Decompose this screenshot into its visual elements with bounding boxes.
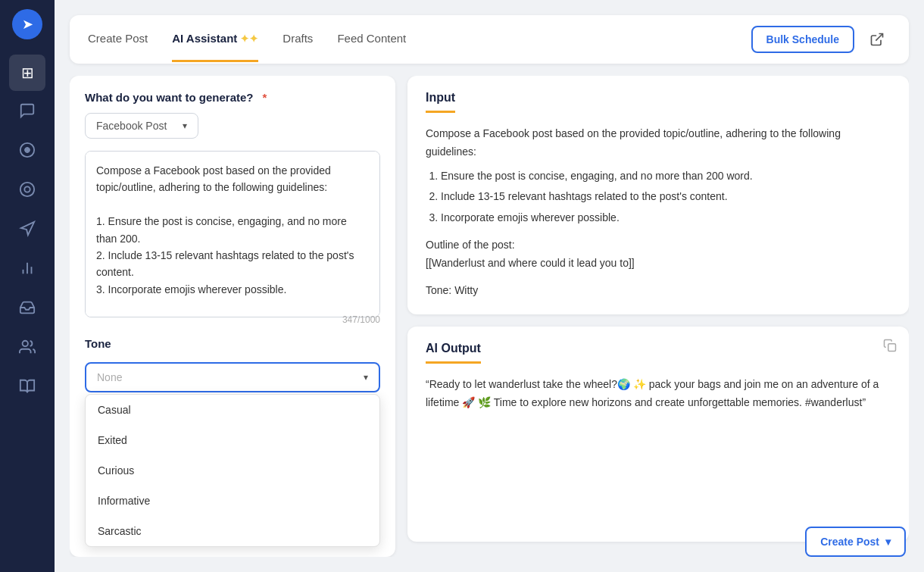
tone-dropdown: Casual Exited Curious Informative Sarcas… [85, 394, 380, 547]
chevron-down-icon: ▾ [364, 372, 368, 383]
bulk-schedule-button[interactable]: Bulk Schedule [751, 26, 854, 53]
network-icon [19, 142, 36, 162]
output-card-title: AI Output [426, 342, 481, 364]
nav-actions: Bulk Schedule [751, 26, 891, 53]
tab-create-post[interactable]: Create Post [88, 17, 148, 62]
left-panel: What do you want to generate?* Facebook … [70, 76, 395, 557]
create-post-button[interactable]: Create Post ▾ [805, 527, 906, 557]
top-navigation: Create Post AI Assistant ✦✦ Drafts Feed … [70, 15, 909, 64]
analytics-icon [19, 260, 36, 280]
tone-option-curious[interactable]: Curious [86, 455, 379, 486]
users-icon [19, 339, 36, 359]
post-type-select[interactable]: Facebook Post ▾ [85, 113, 198, 139]
svg-point-3 [24, 186, 30, 192]
sidebar-item-messages[interactable] [9, 94, 45, 130]
support-icon [19, 181, 36, 202]
input-card-title: Input [426, 91, 455, 113]
sidebar-item-analytics[interactable] [9, 252, 45, 288]
tone-select[interactable]: None ▾ [85, 362, 380, 392]
sparkle-icon: ✦✦ [240, 33, 258, 45]
sidebar-item-users[interactable] [9, 330, 45, 367]
sidebar: ➤ ⊞ [0, 0, 55, 572]
copy-button[interactable] [883, 339, 897, 355]
tab-ai-assistant[interactable]: AI Assistant ✦✦ [172, 17, 258, 62]
input-card: Input Compose a Facebook post based on t… [407, 76, 909, 314]
input-guidelines-list: Ensure the post is concise, engaging, an… [426, 167, 891, 227]
svg-rect-9 [888, 344, 896, 352]
logo-icon: ➤ [22, 16, 33, 33]
ai-output-text: “Ready to let wanderlust take the wheel?… [426, 376, 891, 412]
outline-label: Outline of the post: [426, 236, 891, 255]
chevron-down-icon: ▾ [885, 536, 891, 548]
svg-line-8 [876, 34, 882, 41]
guideline-2: Include 13-15 relevant hashtags related … [441, 188, 891, 206]
tone-label: Tone [85, 337, 380, 350]
chevron-down-icon: ▾ [183, 120, 187, 131]
nav-tabs: Create Post AI Assistant ✦✦ Drafts Feed … [88, 17, 751, 62]
input-card-content: Compose a Facebook post based on the pro… [426, 125, 891, 299]
tone-option-casual[interactable]: Casual [86, 395, 379, 425]
content-area: What do you want to generate?* Facebook … [70, 76, 909, 557]
sidebar-item-network[interactable] [9, 133, 45, 170]
logo[interactable]: ➤ [12, 9, 42, 39]
export-button[interactable] [863, 26, 891, 53]
svg-point-2 [20, 182, 34, 195]
sidebar-item-dashboard[interactable]: ⊞ [9, 55, 45, 91]
sidebar-item-campaigns[interactable] [9, 212, 45, 248]
output-card: AI Output “Ready to let wanderlust take … [407, 327, 909, 542]
campaigns-icon [19, 220, 36, 241]
guideline-3: Incorporate emojis wherever possible. [441, 209, 891, 227]
generate-question-label: What do you want to generate?* [85, 91, 267, 104]
sidebar-item-inbox[interactable] [9, 291, 45, 327]
tone-option-exited[interactable]: Exited [86, 425, 379, 455]
prompt-textarea[interactable]: Compose a Facebook post based on the pro… [85, 151, 380, 317]
tone-select-wrapper: None ▾ Casual Exited Curious Informative… [85, 362, 380, 392]
tone-value: Tone: Witty [426, 282, 891, 300]
dashboard-icon: ⊞ [21, 64, 34, 82]
tab-feed-content[interactable]: Feed Content [337, 17, 406, 62]
guideline-1: Ensure the post is concise, engaging, an… [441, 167, 891, 186]
main-content: Create Post AI Assistant ✦✦ Drafts Feed … [55, 0, 924, 572]
outline-value: [[Wanderlust and where could it lead you… [426, 255, 891, 273]
create-post-row: Create Post ▾ [407, 554, 909, 557]
required-marker: * [263, 91, 267, 104]
inbox-icon [19, 299, 36, 320]
svg-point-7 [23, 340, 28, 345]
right-panel: Input Compose a Facebook post based on t… [407, 76, 909, 557]
tab-drafts[interactable]: Drafts [283, 17, 313, 62]
sidebar-item-support[interactable] [9, 173, 45, 209]
messages-icon [19, 102, 36, 123]
tone-option-sarcastic[interactable]: Sarcastic [86, 516, 379, 546]
tone-option-informative[interactable]: Informative [86, 486, 379, 516]
sidebar-item-library[interactable] [9, 370, 45, 406]
library-icon [19, 378, 36, 399]
